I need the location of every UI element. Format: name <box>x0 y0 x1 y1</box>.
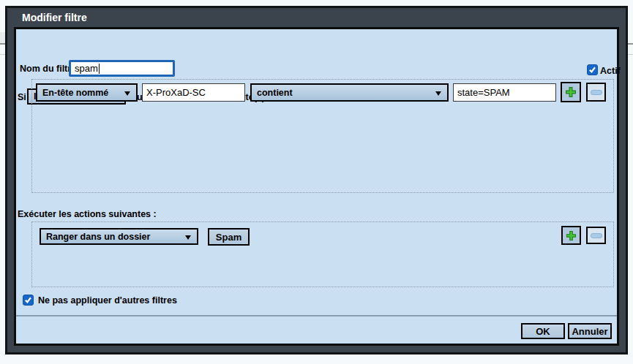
filter-name-value: spam <box>75 63 98 74</box>
condition-operator-value: contient <box>257 88 293 98</box>
match-value-input[interactable]: state=SPAM <box>453 83 556 102</box>
header-name-input[interactable]: X-ProXaD-SC <box>142 83 245 102</box>
cancel-button[interactable]: Annuler <box>568 323 612 339</box>
header-name-value: X-ProXaD-SC <box>146 87 206 98</box>
if-prefix-label: Si <box>18 92 26 102</box>
plus-icon <box>566 230 577 241</box>
add-condition-button[interactable] <box>561 82 581 102</box>
checkmark-icon <box>588 66 596 74</box>
ok-button[interactable]: OK <box>521 323 565 339</box>
add-action-button[interactable] <box>561 226 581 245</box>
plus-icon <box>565 86 577 98</box>
checkmark-icon <box>24 296 32 304</box>
condition-field-select[interactable]: En-tête nommé <box>36 83 138 102</box>
active-checkbox-label: Actif <box>600 66 621 76</box>
condition-operator-select[interactable]: contient <box>250 83 449 102</box>
stop-filters-label: Ne pas appliquer d'autres filtres <box>38 295 177 306</box>
dialog-titlebar[interactable]: Modifier filtre <box>7 8 626 27</box>
remove-action-button[interactable] <box>586 227 606 244</box>
modify-filter-dialog: Modifier filtre Nom du filtre : spam Act… <box>5 6 628 354</box>
conditions-group: En-tête nommé X-ProXaD-SC contient state… <box>31 79 614 193</box>
actions-section-label: Exécuter les actions suivantes : <box>18 209 157 219</box>
action-type-value: Ranger dans un dossier <box>46 232 150 242</box>
cancel-button-label: Annuler <box>572 326 607 337</box>
filter-name-input[interactable]: spam <box>69 60 175 77</box>
stop-filters-checkbox[interactable] <box>23 295 34 306</box>
footer-separator <box>16 315 617 316</box>
chevron-down-icon <box>124 91 130 96</box>
action-type-select[interactable]: Ranger dans un dossier <box>40 228 198 245</box>
remove-condition-button[interactable] <box>586 83 606 102</box>
dialog-body: Nom du filtre : spam Actif Si l'une des … <box>14 27 619 346</box>
ok-button-label: OK <box>536 326 550 337</box>
folder-picker-label: Spam <box>216 232 241 243</box>
dialog-title: Modifier filtre <box>22 12 87 23</box>
chevron-down-icon <box>435 91 441 96</box>
chevron-down-icon <box>185 235 191 240</box>
minus-icon <box>591 90 602 95</box>
match-value-text: state=SPAM <box>457 87 510 98</box>
folder-picker-button[interactable]: Spam <box>208 228 250 246</box>
text-caret <box>99 64 100 74</box>
actions-group: Ranger dans un dossier Spam <box>31 221 614 287</box>
condition-field-value: En-tête nommé <box>42 88 108 98</box>
minus-icon <box>591 233 602 238</box>
active-checkbox[interactable] <box>587 64 598 75</box>
